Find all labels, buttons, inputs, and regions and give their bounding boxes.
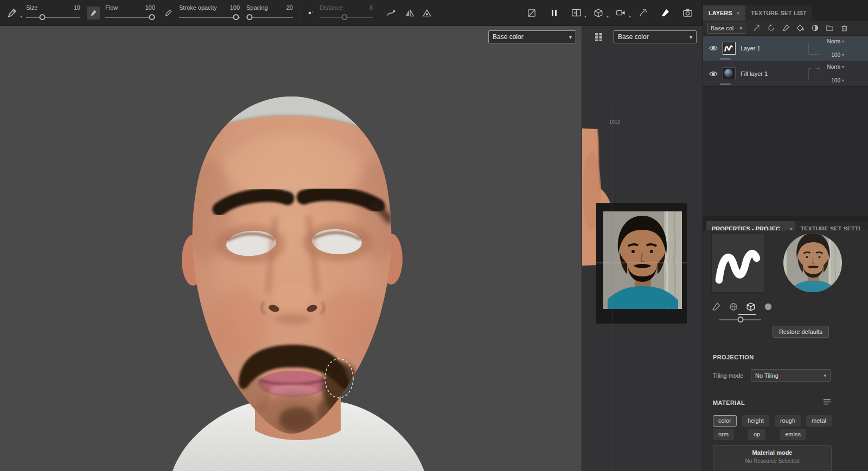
add-paint-layer-icon[interactable] <box>781 24 790 33</box>
paint-brush-tool-icon[interactable] <box>659 7 672 20</box>
material-mode-status: No Resource Selected <box>713 458 831 464</box>
chevron-down-icon: ▾ <box>739 25 742 31</box>
perspective-cube-icon[interactable]: ▾ <box>592 7 605 20</box>
magic-wand-icon[interactable] <box>752 24 761 33</box>
channel-chip-color[interactable]: color <box>713 415 737 427</box>
layer-opacity[interactable]: 100▾ <box>831 52 844 58</box>
layer-visibility-eye-icon[interactable] <box>709 69 718 79</box>
pencil-icon[interactable] <box>162 7 175 20</box>
stamp-mode-icon[interactable] <box>711 301 722 312</box>
close-icon[interactable]: × <box>737 10 740 16</box>
material-preview[interactable] <box>783 233 843 293</box>
viewport-3d[interactable]: Base color ▾ <box>0 26 582 471</box>
tab-layers[interactable]: LAYERS × <box>703 5 745 21</box>
flow-value[interactable]: 100 <box>145 4 155 11</box>
material-section-title: MATERIAL <box>713 399 745 406</box>
size-slider-track <box>26 17 80 18</box>
channel-chip-op[interactable]: op <box>748 429 765 440</box>
layer-mask-slot[interactable] <box>808 43 820 55</box>
add-effect-icon[interactable] <box>767 24 775 33</box>
layer-visibility-eye-icon[interactable] <box>709 43 718 53</box>
tiling-mode-select[interactable]: No Tiling ▾ <box>751 369 831 382</box>
material-mode-box[interactable]: Material mode No Resource Selected <box>713 445 832 471</box>
spacing-track <box>246 17 293 18</box>
toolbar-right-cluster: ▾ ▾ ▾ <box>525 7 694 20</box>
layer-blend-mode[interactable]: Norm▾ <box>827 64 844 70</box>
size-slider[interactable] <box>26 13 80 21</box>
layer-progress-bar <box>720 58 731 60</box>
layer-blend-value: Norm <box>827 64 840 70</box>
hardness-slider-knob[interactable] <box>737 317 743 322</box>
add-group-folder-icon[interactable] <box>825 24 834 33</box>
channel-chip-emiss[interactable]: emiss <box>780 429 806 440</box>
split-view-icon[interactable]: ▾ <box>570 7 583 20</box>
toolbar-divider <box>301 5 301 21</box>
uv-globe-mode-icon[interactable] <box>728 301 739 312</box>
material-mode-title: Material mode <box>713 449 831 456</box>
viewport2d-channel-select[interactable]: Base color ▾ <box>614 30 697 43</box>
channel-chip-rough[interactable]: rough <box>775 415 801 427</box>
spacing-slider[interactable] <box>246 13 293 21</box>
size-slider-knob[interactable] <box>40 14 46 20</box>
material-menu-icon[interactable] <box>823 398 831 405</box>
delete-layer-trash-icon[interactable] <box>840 24 848 33</box>
flow-slider-track <box>105 17 155 18</box>
layer-thumbnail[interactable] <box>723 42 736 55</box>
size-label: Size <box>26 4 37 11</box>
particle-brush-icon[interactable] <box>636 7 649 20</box>
dot-brush-icon[interactable] <box>304 7 317 20</box>
distance-value: 8 <box>369 4 373 11</box>
layer-row[interactable]: Fill layer 1 Norm▾ 100▾ <box>703 61 868 87</box>
no-projection-icon[interactable] <box>525 7 538 20</box>
channel-chip-nrm[interactable]: nrm <box>713 429 734 440</box>
add-fill-layer-icon[interactable] <box>796 24 805 33</box>
viewport3d-channel-select[interactable]: Base color ▾ <box>488 30 576 43</box>
layer-blend-value: Norm <box>827 38 840 44</box>
layer-opacity[interactable]: 100▾ <box>831 78 844 83</box>
spacing-knob[interactable] <box>247 14 253 20</box>
active-mode-underline <box>738 314 756 315</box>
layer-name[interactable]: Layer 1 <box>741 45 761 51</box>
size-control: Size10 <box>26 4 80 21</box>
tab-texture-set-list-label: TEXTURE SET LIST <box>751 10 807 16</box>
stroke-opacity-value[interactable]: 100 <box>230 4 240 11</box>
layer-name[interactable]: Fill layer 1 <box>741 70 768 77</box>
triplanar-cube-mode-icon[interactable] <box>745 301 756 312</box>
symmetry-icon[interactable] <box>403 7 416 20</box>
layer-opacity-value: 100 <box>831 78 840 83</box>
restore-defaults-button[interactable]: Restore defaults <box>773 326 829 338</box>
viewport3d-channel-value: Base color <box>493 33 524 41</box>
layer-row[interactable]: Layer 1 Norm▾ 100▾ <box>703 36 868 61</box>
flow-slider[interactable] <box>105 13 155 21</box>
layer-thumbnail[interactable] <box>723 67 736 80</box>
distance-label: Distance <box>320 4 343 11</box>
spacing-value[interactable]: 20 <box>286 4 293 11</box>
brush-preset-button[interactable] <box>87 7 100 20</box>
pause-engine-button[interactable] <box>547 7 560 20</box>
hardness-slider[interactable] <box>719 316 761 324</box>
layers-toolbar: Base col ▾ <box>703 21 868 36</box>
paint-tool-selector[interactable]: ▾ <box>5 7 18 20</box>
spacing-control: Spacing20 <box>246 4 293 21</box>
flow-slider-knob[interactable] <box>149 14 155 20</box>
sphere-mode-icon[interactable] <box>763 301 774 312</box>
radial-symmetry-icon[interactable] <box>420 7 433 20</box>
stroke-opacity-slider[interactable] <box>179 13 240 21</box>
tab-texture-set-list[interactable]: TEXTURE SET LIST <box>745 5 812 21</box>
channel-chip-metal[interactable]: metal <box>806 415 832 427</box>
camera-icon[interactable] <box>681 7 694 20</box>
chevron-down-icon: ▾ <box>584 15 586 19</box>
stroke-opacity-knob[interactable] <box>233 14 239 20</box>
layer-blend-mode[interactable]: Norm▾ <box>827 38 844 44</box>
texture-set-grid-icon[interactable] <box>594 33 603 42</box>
distance-control: Distance8 <box>320 4 373 21</box>
brush-stroke-preview[interactable] <box>711 233 764 293</box>
lazy-mouse-icon[interactable] <box>385 7 398 20</box>
layer-mask-slot[interactable] <box>808 68 820 80</box>
size-value[interactable]: 10 <box>74 4 80 11</box>
channel-chip-height[interactable]: height <box>742 415 769 427</box>
layers-channel-filter[interactable]: Base col ▾ <box>707 23 745 34</box>
add-smart-material-icon[interactable] <box>810 24 819 33</box>
camera-view-icon[interactable]: ▾ <box>614 7 627 20</box>
viewport-2d[interactable]: Base color ▾ 1012 <box>582 26 703 471</box>
